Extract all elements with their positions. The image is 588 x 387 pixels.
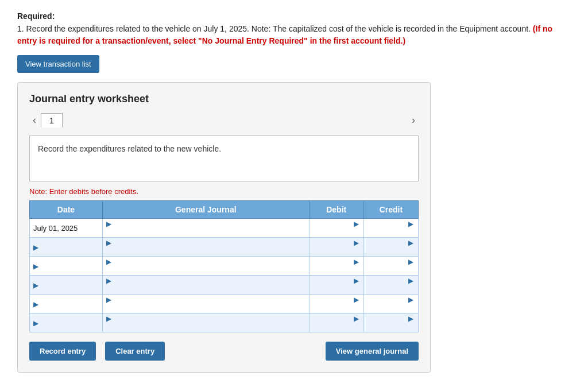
credit-input-0[interactable] <box>368 229 415 237</box>
col-general-journal: General Journal <box>102 201 309 219</box>
record-entry-button[interactable]: Record entry <box>29 342 96 361</box>
credit-input-2[interactable] <box>368 266 415 275</box>
instruction-main: 1. Record the expenditures related to th… <box>17 24 531 33</box>
debit-cell-1[interactable]: ▶ <box>309 238 363 257</box>
debit-input-2[interactable] <box>313 266 360 275</box>
table-row: ▶▶▶▶ <box>30 276 419 295</box>
debit-input-5[interactable] <box>313 323 360 332</box>
view-transaction-button[interactable]: View transaction list <box>17 55 99 73</box>
tab-nav: ‹ 1 › <box>29 113 419 127</box>
credit-cell-1[interactable]: ▶ <box>363 238 418 257</box>
credit-input-3[interactable] <box>368 285 415 294</box>
debit-cell-5[interactable]: ▶ <box>309 314 363 332</box>
credit-input-5[interactable] <box>368 323 415 332</box>
table-row: ▶▶▶▶ <box>30 295 419 314</box>
col-credit: Credit <box>363 201 418 219</box>
date-cell-5[interactable]: ▶ <box>30 314 103 332</box>
credit-cell-5[interactable]: ▶ <box>363 314 418 332</box>
table-row: ▶▶▶▶ <box>30 257 419 276</box>
debit-cell-4[interactable]: ▶ <box>309 295 363 314</box>
debit-cell-2[interactable]: ▶ <box>309 257 363 276</box>
general-journal-cell-3[interactable]: ▶ <box>102 276 309 295</box>
general-journal-cell-1[interactable]: ▶ <box>102 238 309 257</box>
table-row: ▶▶▶▶ <box>30 238 419 257</box>
debit-input-1[interactable] <box>313 247 360 256</box>
col-debit: Debit <box>309 201 363 219</box>
table-row: ▶▶▶▶ <box>30 314 419 332</box>
tab-prev-arrow[interactable]: ‹ <box>29 113 40 127</box>
debit-cell-0[interactable]: ▶ <box>309 219 363 238</box>
required-label: Required: <box>17 11 571 21</box>
tab-next-arrow[interactable]: › <box>408 113 419 127</box>
credit-input-1[interactable] <box>368 247 415 256</box>
general-journal-cell-0[interactable]: ▶ <box>102 219 309 238</box>
credit-cell-0[interactable]: ▶ <box>363 219 418 238</box>
tab-1[interactable]: 1 <box>41 113 63 127</box>
credit-cell-2[interactable]: ▶ <box>363 257 418 276</box>
debit-cell-3[interactable]: ▶ <box>309 276 363 295</box>
general-journal-input-3[interactable] <box>106 285 305 294</box>
table-row: July 01, 2025▶▶▶ <box>30 219 419 238</box>
credit-cell-3[interactable]: ▶ <box>363 276 418 295</box>
col-date: Date <box>30 201 103 219</box>
date-cell-4[interactable]: ▶ <box>30 295 103 314</box>
worksheet-title: Journal entry worksheet <box>29 93 419 105</box>
instructions: 1. Record the expenditures related to th… <box>17 23 571 47</box>
general-journal-cell-2[interactable]: ▶ <box>102 257 309 276</box>
note-text: Note: Enter debits before credits. <box>29 187 419 196</box>
description-box: Record the expenditures related to the n… <box>29 136 419 181</box>
debit-input-4[interactable] <box>313 304 360 313</box>
general-journal-input-1[interactable] <box>106 247 305 256</box>
debit-input-3[interactable] <box>313 285 360 294</box>
journal-table: Date General Journal Debit Credit July 0… <box>29 200 419 332</box>
general-journal-cell-5[interactable]: ▶ <box>102 314 309 332</box>
worksheet-container: Journal entry worksheet ‹ 1 › Record the… <box>17 82 431 373</box>
general-journal-input-0[interactable] <box>106 229 305 237</box>
required-section: Required: 1. Record the expenditures rel… <box>17 11 571 47</box>
date-cell-3[interactable]: ▶ <box>30 276 103 295</box>
view-general-journal-button[interactable]: View general journal <box>326 342 419 361</box>
general-journal-input-2[interactable] <box>106 266 305 275</box>
date-cell-0: July 01, 2025 <box>30 219 103 238</box>
general-journal-cell-4[interactable]: ▶ <box>102 295 309 314</box>
clear-entry-button[interactable]: Clear entry <box>105 342 165 361</box>
bottom-buttons: Record entry Clear entry View general jo… <box>29 342 419 361</box>
debit-input-0[interactable] <box>313 229 360 237</box>
credit-input-4[interactable] <box>368 304 415 313</box>
date-cell-2[interactable]: ▶ <box>30 257 103 276</box>
credit-cell-4[interactable]: ▶ <box>363 295 418 314</box>
general-journal-input-5[interactable] <box>106 323 305 332</box>
general-journal-input-4[interactable] <box>106 304 305 313</box>
date-cell-1[interactable]: ▶ <box>30 238 103 257</box>
